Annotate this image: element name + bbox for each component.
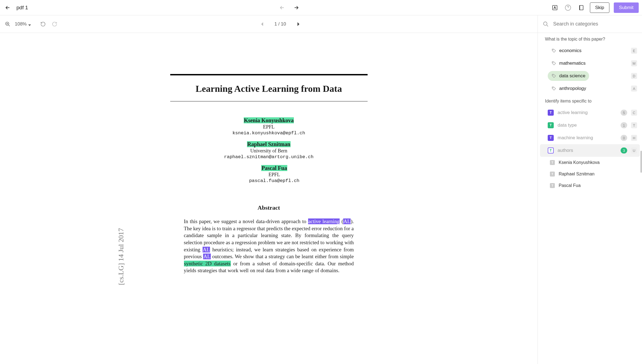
tag-icon: [552, 86, 556, 91]
type-badge-icon: T: [550, 160, 555, 165]
shortcut-key: A: [631, 86, 637, 92]
author-name: Raphael Sznitman: [224, 141, 313, 147]
category-row[interactable]: economics E: [538, 44, 642, 57]
submit-button[interactable]: Submit: [614, 2, 639, 13]
shortcut-key: H: [631, 135, 637, 141]
pdf-page: [cs.LG] 14 Jul 2017 Learning Active Lear…: [143, 44, 395, 285]
item-label: active learning: [558, 110, 617, 115]
sidebar: What is the topic of this paper? economi…: [538, 15, 642, 364]
item-label: data type: [558, 123, 617, 128]
svg-point-7: [553, 87, 553, 88]
pdf-viewer: 108% 1 / 10: [0, 15, 538, 364]
shortcut-key: E: [631, 48, 637, 54]
shortcut-key: C: [631, 110, 637, 116]
abstract-heading: Abstract: [170, 204, 368, 211]
highlight-al[interactable]: AL: [203, 254, 211, 259]
item-row[interactable]: T machine learning 0 H: [538, 132, 642, 144]
viewer-toolbar: 108% 1 / 10: [0, 15, 538, 33]
author-name: Pascal Fua: [176, 165, 373, 171]
prev-task-icon[interactable]: [278, 3, 286, 12]
sub-item-row[interactable]: T Pascal Fua: [538, 180, 642, 191]
help-icon[interactable]: [564, 3, 572, 12]
document-title: pdf 1: [16, 5, 28, 11]
svg-point-6: [553, 75, 553, 75]
back-arrow-icon[interactable]: [3, 3, 12, 12]
type-badge-icon: T: [548, 110, 554, 116]
type-badge-icon: T: [548, 135, 554, 141]
type-badge-icon: T: [550, 172, 555, 177]
item-label: machine learning: [558, 135, 617, 141]
next-task-icon[interactable]: [292, 3, 301, 12]
search-icon: [543, 21, 549, 27]
skip-button[interactable]: Skip: [590, 2, 609, 13]
svg-point-4: [553, 50, 553, 50]
panel-icon[interactable]: [577, 3, 586, 12]
item-row[interactable]: T data type 1 T: [538, 119, 642, 132]
paper-title: Learning Active Learning from Data: [170, 84, 368, 94]
shortcut-key: D: [631, 73, 637, 79]
sub-item-label: Pascal Fua: [559, 183, 581, 188]
type-badge-icon: T: [548, 122, 554, 128]
prev-page-icon[interactable]: [258, 20, 267, 29]
shortcut-key: M: [631, 60, 637, 66]
zoom-icon[interactable]: [3, 20, 12, 29]
author-email: ksneia.konyushkova@epfl.ch: [225, 130, 313, 136]
scrollbar[interactable]: [640, 151, 642, 173]
letter-a-icon[interactable]: [550, 3, 559, 12]
category-row[interactable]: data science D: [538, 70, 642, 82]
category-label: anthropology: [559, 86, 586, 91]
section-label: What is the topic of this paper?: [538, 33, 642, 44]
type-badge-icon: T: [550, 183, 555, 188]
zoom-value: 108%: [15, 21, 27, 27]
rule-thin: [170, 101, 368, 101]
category-label: economics: [559, 48, 581, 53]
section-label: Identify items specific to: [538, 95, 642, 106]
author-email: raphael.sznitman@artorg.unibe.ch: [224, 154, 313, 160]
shortcut-key: U: [631, 147, 637, 153]
type-badge-icon: T: [548, 147, 554, 153]
search-input[interactable]: [553, 21, 637, 27]
sub-item-label: Raphael Sznitman: [559, 172, 595, 177]
tag-icon: [552, 61, 556, 66]
author-email: pascal.fua@epfl.ch: [176, 178, 373, 183]
highlight-al[interactable]: AL: [343, 218, 351, 224]
category-pill[interactable]: mathematics: [548, 58, 589, 68]
tag-icon: [552, 73, 556, 78]
page-indicator: 1 / 10: [274, 21, 286, 27]
pdf-canvas[interactable]: [cs.LG] 14 Jul 2017 Learning Active Lear…: [0, 33, 538, 364]
arxiv-tag: [cs.LG] 14 Jul 2017: [117, 228, 125, 285]
category-label: data science: [559, 73, 585, 79]
category-pill[interactable]: data science: [548, 71, 589, 81]
count-badge: 0: [621, 135, 627, 141]
author-affiliation: EPFL: [176, 172, 373, 178]
category-row[interactable]: mathematics M: [538, 57, 642, 70]
count-badge: 3: [621, 147, 627, 153]
top-bar: pdf 1 Skip Submit: [0, 0, 642, 15]
item-row[interactable]: T active learning 5 C: [538, 106, 642, 119]
author-affiliation: University of Bern: [224, 148, 313, 154]
count-badge: 5: [621, 110, 627, 116]
redo-icon[interactable]: [50, 20, 59, 29]
zoom-dropdown-icon[interactable]: [28, 24, 31, 27]
category-row[interactable]: anthropology A: [538, 82, 642, 95]
authors-block: Ksenia Konyushkova EPFL ksneia.konyushko…: [170, 117, 368, 189]
svg-point-5: [553, 62, 553, 63]
highlight-datasets[interactable]: synthetic 2D datasets: [184, 261, 231, 266]
highlight-active-learning[interactable]: active learning: [308, 218, 340, 224]
svg-point-3: [544, 22, 547, 25]
sub-item-row[interactable]: T Ksenia Konyushkova: [538, 157, 642, 168]
tag-icon: [552, 48, 556, 53]
undo-icon[interactable]: [39, 20, 47, 29]
next-page-icon[interactable]: [294, 20, 303, 29]
sub-item-label: Ksenia Konyushkova: [559, 160, 600, 165]
category-label: mathematics: [559, 61, 586, 66]
shortcut-key: T: [631, 122, 637, 128]
abstract-body: In this paper, we suggest a novel data-d…: [184, 218, 354, 274]
highlight-al[interactable]: AL: [203, 247, 210, 252]
category-pill[interactable]: economics: [548, 46, 585, 56]
author-name: Ksenia Konyushkova: [225, 117, 313, 124]
item-row[interactable]: T authors 3 U: [540, 144, 640, 157]
category-pill[interactable]: anthropology: [548, 84, 590, 93]
rule-thick: [170, 74, 368, 75]
sub-item-row[interactable]: T Raphael Sznitman: [538, 168, 642, 180]
